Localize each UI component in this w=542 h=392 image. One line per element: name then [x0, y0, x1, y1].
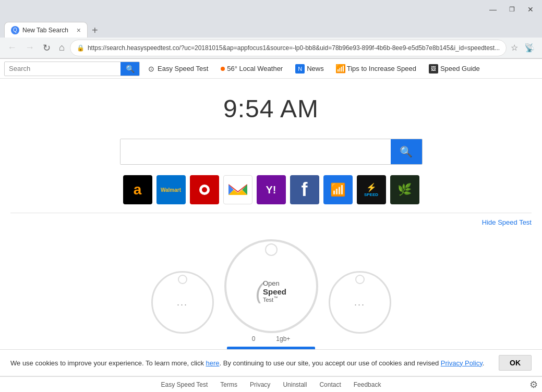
tips-icon: 📶: [336, 65, 345, 73]
shortcut-target[interactable]: [190, 175, 219, 204]
speed-guide-label: Speed Guide: [440, 65, 480, 72]
browser-chrome: — ❐ ✕ Q New Tab Search × + ← → ↻ ⌂ 🔒 htt…: [0, 0, 542, 59]
shortcut-speed[interactable]: ⚡ SPEED: [357, 175, 386, 204]
main-content: 9:54 AM 🔍 a Walmart Y! f 📶 ⚡ SPEED 🌿 Hid…: [0, 79, 542, 376]
search-box[interactable]: 🔍: [4, 62, 140, 76]
left-gauge-dots: ...: [177, 297, 188, 308]
big-search-button[interactable]: 🔍: [391, 139, 422, 164]
left-gauge-arrow: [178, 275, 187, 284]
big-search-icon: 🔍: [400, 145, 413, 158]
search-input[interactable]: [5, 63, 121, 75]
ok-button[interactable]: OK: [499, 355, 532, 371]
nav-bar: ← → ↻ ⌂ 🔒 https://search.heasyspeedtest.…: [0, 38, 542, 58]
easy-speed-test-label: Easy Speed Test: [158, 65, 208, 72]
easy-speed-test-icon: ⊙: [147, 65, 155, 73]
footer-link-easy-speed-test[interactable]: Easy Speed Test: [161, 381, 208, 388]
big-search-area: 🔍: [0, 139, 542, 165]
cookie-text-end: .: [483, 359, 485, 367]
title-bar: — ❐ ✕: [0, 0, 542, 19]
settings-gear-button[interactable]: ⚙: [529, 379, 538, 390]
gauge-values: 0 1gb+: [252, 335, 291, 342]
footer-link-privacy[interactable]: Privacy: [250, 381, 270, 388]
hide-speed-row: Hide Speed Test: [0, 213, 542, 229]
search-button[interactable]: 🔍: [121, 62, 139, 76]
footer: Easy Speed Test Terms Privacy Uninstall …: [0, 376, 542, 392]
shortcuts-row: a Walmart Y! f 📶 ⚡ SPEED 🌿: [0, 175, 542, 204]
cookie-here-link[interactable]: here: [206, 359, 220, 367]
tab-title: New Tab Search: [22, 27, 74, 34]
footer-link-contact[interactable]: Contact: [319, 381, 341, 388]
gauge-value-right: 1gb+: [276, 335, 290, 342]
logo-bracket-open: (: [256, 280, 263, 302]
address-bar[interactable]: 🔒 https://search.heasyspeedtest.co/?uc=2…: [70, 40, 507, 56]
logo-text-block: Open Speed Test™: [263, 280, 286, 303]
bookmark-button[interactable]: ☆: [509, 41, 520, 55]
shortcut-facebook[interactable]: f: [290, 175, 319, 204]
time-display: 9:54 AM: [0, 79, 542, 133]
shortcut-leaf[interactable]: 🌿: [390, 175, 419, 204]
new-tab-button[interactable]: +: [88, 24, 102, 36]
account-button[interactable]: 👤: [539, 41, 542, 55]
toolbar-speed-guide[interactable]: 🖼 Speed Guide: [424, 62, 485, 76]
address-text: https://search.heasyspeedtest.co/?uc=201…: [88, 44, 500, 52]
left-gauge-arrow-circle: [178, 275, 187, 284]
speed-guide-icon: 🖼: [429, 64, 438, 74]
shortcut-amazon[interactable]: a: [123, 175, 152, 204]
svg-point-2: [202, 187, 207, 192]
toolbar-news[interactable]: N News: [290, 62, 329, 76]
close-button[interactable]: ✕: [523, 4, 538, 15]
tips-label: Tips to Increase Speed: [347, 65, 416, 72]
shortcut-walmart[interactable]: Walmart: [156, 175, 186, 204]
logo-open-text: Open: [263, 280, 286, 287]
cookie-banner: We use cookies to improve your experienc…: [0, 349, 542, 376]
search-icon: 🔍: [126, 65, 135, 73]
right-gauge: ...: [329, 271, 391, 334]
news-label: News: [307, 65, 324, 72]
right-gauge-arrow-circle: [355, 275, 365, 284]
local-weather-label: 56° Local Weather: [227, 65, 283, 72]
center-gauge-arrow-circle: [265, 243, 278, 256]
tab-favicon: Q: [11, 26, 19, 34]
cast-button[interactable]: 📡: [522, 41, 537, 55]
refresh-button[interactable]: ↻: [40, 40, 54, 56]
cookie-text: We use cookies to improve your experienc…: [10, 359, 492, 367]
minimize-button[interactable]: —: [485, 4, 501, 15]
right-gauge-arrow: [355, 275, 365, 284]
lock-icon: 🔒: [77, 44, 85, 52]
weather-dot-icon: [221, 67, 225, 71]
cookie-text-before: We use cookies to improve your experienc…: [10, 359, 206, 367]
maximize-button[interactable]: ❐: [505, 5, 519, 14]
open-speed-logo: ( Open Speed Test™: [256, 280, 286, 303]
gauge-value-left: 0: [252, 335, 256, 342]
window-controls: — ❐ ✕: [485, 4, 538, 15]
toolbar-easy-speed-test[interactable]: ⊙ Easy Speed Test: [142, 62, 213, 76]
center-gauge: ( Open Speed Test™: [224, 239, 318, 333]
big-search-box[interactable]: 🔍: [120, 139, 423, 165]
center-gauge-arrow: [265, 243, 278, 256]
big-search-input[interactable]: [121, 139, 391, 164]
hide-speed-test-link[interactable]: Hide Speed Test: [482, 218, 532, 226]
footer-link-terms[interactable]: Terms: [220, 381, 237, 388]
left-gauge: ...: [151, 271, 214, 334]
cookie-privacy-link[interactable]: Privacy Policy: [441, 359, 483, 367]
logo-speed-text: Speed: [263, 288, 286, 297]
back-button[interactable]: ←: [4, 40, 20, 55]
right-gauge-dots: ...: [354, 297, 365, 308]
toolbar: 🔍 ⊙ Easy Speed Test 56° Local Weather N …: [0, 59, 542, 79]
shortcut-wifi[interactable]: 📶: [323, 175, 353, 204]
tab-close-button[interactable]: ×: [77, 26, 81, 34]
tabs-row: Q New Tab Search × +: [0, 19, 542, 38]
forward-button[interactable]: →: [22, 40, 38, 55]
shortcut-gmail[interactable]: [223, 175, 252, 204]
logo-test-text: Test™: [263, 296, 286, 303]
news-icon: N: [295, 64, 305, 74]
toolbar-tips[interactable]: 📶 Tips to Increase Speed: [331, 62, 421, 76]
active-tab[interactable]: Q New Tab Search ×: [4, 22, 88, 38]
footer-link-feedback[interactable]: Feedback: [354, 381, 381, 388]
toolbar-local-weather[interactable]: 56° Local Weather: [215, 62, 288, 76]
home-button[interactable]: ⌂: [56, 40, 68, 55]
center-gauge-container: ( Open Speed Test™ 0 1gb+ Start Testing …: [224, 239, 318, 365]
shortcut-yahoo[interactable]: Y!: [257, 175, 286, 204]
cookie-text-middle: . By continuing to use our site, you acc…: [220, 359, 441, 367]
footer-link-uninstall[interactable]: Uninstall: [283, 381, 307, 388]
